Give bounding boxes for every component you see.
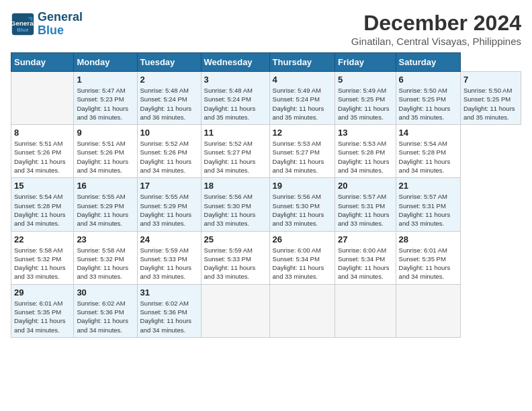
day-number: 16 — [77, 181, 134, 191]
day-number: 25 — [204, 234, 267, 244]
header-cell-thursday: Thursday — [269, 53, 335, 72]
day-number: 20 — [338, 181, 393, 191]
calendar-cell: 25Sunrise: 5:59 AM Sunset: 5:33 PM Dayli… — [201, 231, 269, 284]
day-info: Sunrise: 5:55 AM Sunset: 5:29 PM Dayligh… — [77, 192, 134, 228]
day-info: Sunrise: 5:48 AM Sunset: 5:24 PM Dayligh… — [204, 86, 267, 122]
calendar-cell: 18Sunrise: 5:56 AM Sunset: 5:30 PM Dayli… — [201, 178, 269, 231]
day-info: Sunrise: 5:53 AM Sunset: 5:28 PM Dayligh… — [338, 139, 393, 175]
day-info: Sunrise: 5:54 AM Sunset: 5:28 PM Dayligh… — [14, 192, 71, 228]
day-number: 24 — [140, 234, 198, 244]
day-number: 21 — [399, 181, 457, 191]
logo-text: GeneralBlue — [38, 11, 83, 38]
day-number: 28 — [399, 234, 457, 244]
day-number: 11 — [204, 128, 267, 138]
location-title: Ginatilan, Central Visayas, Philippines — [351, 36, 521, 47]
calendar-cell: 26Sunrise: 6:00 AM Sunset: 5:34 PM Dayli… — [269, 231, 335, 284]
day-number: 7 — [463, 75, 518, 85]
day-info: Sunrise: 5:49 AM Sunset: 5:25 PM Dayligh… — [338, 86, 393, 122]
calendar-table: SundayMondayTuesdayWednesdayThursdayFrid… — [11, 52, 521, 338]
day-number: 23 — [77, 234, 134, 244]
week-row-1: 8Sunrise: 5:51 AM Sunset: 5:26 PM Daylig… — [11, 125, 521, 178]
day-number: 19 — [273, 181, 332, 191]
day-info: Sunrise: 5:54 AM Sunset: 5:28 PM Dayligh… — [399, 139, 457, 175]
day-info: Sunrise: 5:56 AM Sunset: 5:30 PM Dayligh… — [204, 192, 267, 228]
calendar-cell: 27Sunrise: 6:00 AM Sunset: 5:34 PM Dayli… — [335, 231, 396, 284]
day-info: Sunrise: 5:49 AM Sunset: 5:24 PM Dayligh… — [273, 86, 332, 122]
calendar-cell — [11, 72, 74, 125]
week-row-3: 22Sunrise: 5:58 AM Sunset: 5:32 PM Dayli… — [11, 231, 521, 284]
day-info: Sunrise: 6:02 AM Sunset: 5:36 PM Dayligh… — [140, 299, 198, 334]
day-info: Sunrise: 6:02 AM Sunset: 5:36 PM Dayligh… — [77, 299, 134, 334]
calendar-cell: 15Sunrise: 5:54 AM Sunset: 5:28 PM Dayli… — [11, 178, 74, 231]
calendar-cell: 9Sunrise: 5:51 AM Sunset: 5:26 PM Daylig… — [74, 125, 137, 178]
day-number: 29 — [14, 287, 71, 298]
logo: General Blue GeneralBlue — [11, 11, 83, 38]
day-info: Sunrise: 5:53 AM Sunset: 5:27 PM Dayligh… — [273, 139, 332, 175]
calendar-cell: 1Sunrise: 5:47 AM Sunset: 5:23 PM Daylig… — [74, 72, 137, 125]
day-number: 3 — [204, 75, 267, 85]
header-cell-friday: Friday — [335, 53, 396, 72]
day-info: Sunrise: 5:47 AM Sunset: 5:23 PM Dayligh… — [77, 86, 134, 122]
calendar-cell: 24Sunrise: 5:59 AM Sunset: 5:33 PM Dayli… — [137, 231, 201, 284]
calendar-cell — [201, 284, 269, 337]
calendar-cell: 11Sunrise: 5:52 AM Sunset: 5:27 PM Dayli… — [201, 125, 269, 178]
calendar-cell: 13Sunrise: 5:53 AM Sunset: 5:28 PM Dayli… — [335, 125, 396, 178]
day-info: Sunrise: 6:01 AM Sunset: 5:35 PM Dayligh… — [399, 246, 457, 281]
calendar-cell: 21Sunrise: 5:57 AM Sunset: 5:31 PM Dayli… — [396, 178, 460, 231]
day-number: 2 — [140, 75, 198, 85]
day-number: 8 — [14, 128, 71, 138]
title-area: December 2024 Ginatilan, Central Visayas… — [351, 11, 521, 47]
day-info: Sunrise: 5:56 AM Sunset: 5:30 PM Dayligh… — [273, 192, 332, 228]
svg-text:Blue: Blue — [17, 27, 29, 33]
day-info: Sunrise: 5:50 AM Sunset: 5:25 PM Dayligh… — [463, 86, 518, 122]
day-number: 5 — [338, 75, 393, 85]
day-info: Sunrise: 6:00 AM Sunset: 5:34 PM Dayligh… — [273, 246, 332, 281]
calendar-cell: 22Sunrise: 5:58 AM Sunset: 5:32 PM Dayli… — [11, 231, 74, 284]
header-cell-sunday: Sunday — [11, 53, 74, 72]
day-info: Sunrise: 5:51 AM Sunset: 5:26 PM Dayligh… — [77, 139, 134, 175]
header-cell-tuesday: Tuesday — [137, 53, 201, 72]
calendar-cell: 17Sunrise: 5:55 AM Sunset: 5:29 PM Dayli… — [137, 178, 201, 231]
calendar-cell: 30Sunrise: 6:02 AM Sunset: 5:36 PM Dayli… — [74, 284, 137, 337]
header: General Blue GeneralBlue December 2024 G… — [11, 11, 521, 47]
day-info: Sunrise: 5:57 AM Sunset: 5:31 PM Dayligh… — [399, 192, 457, 228]
day-info: Sunrise: 5:52 AM Sunset: 5:26 PM Dayligh… — [140, 139, 198, 175]
day-number: 18 — [204, 181, 267, 191]
calendar-cell: 23Sunrise: 5:58 AM Sunset: 5:32 PM Dayli… — [74, 231, 137, 284]
day-number: 4 — [273, 75, 332, 85]
calendar-body: 1Sunrise: 5:47 AM Sunset: 5:23 PM Daylig… — [11, 72, 521, 338]
calendar-cell: 10Sunrise: 5:52 AM Sunset: 5:26 PM Dayli… — [137, 125, 201, 178]
day-info: Sunrise: 5:57 AM Sunset: 5:31 PM Dayligh… — [338, 192, 393, 228]
day-number: 14 — [399, 128, 457, 138]
day-number: 31 — [140, 287, 198, 298]
day-number: 12 — [273, 128, 332, 138]
calendar-cell: 12Sunrise: 5:53 AM Sunset: 5:27 PM Dayli… — [269, 125, 335, 178]
week-row-0: 1Sunrise: 5:47 AM Sunset: 5:23 PM Daylig… — [11, 72, 521, 125]
calendar-header: SundayMondayTuesdayWednesdayThursdayFrid… — [11, 53, 521, 72]
calendar-cell: 31Sunrise: 6:02 AM Sunset: 5:36 PM Dayli… — [137, 284, 201, 337]
calendar-cell: 2Sunrise: 5:48 AM Sunset: 5:24 PM Daylig… — [137, 72, 201, 125]
calendar-cell: 5Sunrise: 5:49 AM Sunset: 5:25 PM Daylig… — [335, 72, 396, 125]
day-info: Sunrise: 5:58 AM Sunset: 5:32 PM Dayligh… — [14, 246, 71, 281]
day-number: 15 — [14, 181, 71, 191]
day-info: Sunrise: 6:00 AM Sunset: 5:34 PM Dayligh… — [338, 246, 393, 281]
day-number: 17 — [140, 181, 198, 191]
day-number: 22 — [14, 234, 71, 244]
calendar-cell: 7Sunrise: 5:50 AM Sunset: 5:25 PM Daylig… — [460, 72, 521, 125]
week-row-2: 15Sunrise: 5:54 AM Sunset: 5:28 PM Dayli… — [11, 178, 521, 231]
calendar-cell: 16Sunrise: 5:55 AM Sunset: 5:29 PM Dayli… — [74, 178, 137, 231]
day-info: Sunrise: 5:50 AM Sunset: 5:25 PM Dayligh… — [399, 86, 457, 122]
header-row: SundayMondayTuesdayWednesdayThursdayFrid… — [11, 53, 521, 72]
calendar-cell — [335, 284, 396, 337]
day-info: Sunrise: 5:58 AM Sunset: 5:32 PM Dayligh… — [77, 246, 134, 281]
calendar-cell: 6Sunrise: 5:50 AM Sunset: 5:25 PM Daylig… — [396, 72, 460, 125]
day-number: 9 — [77, 128, 134, 138]
calendar-cell: 4Sunrise: 5:49 AM Sunset: 5:24 PM Daylig… — [269, 72, 335, 125]
calendar-cell: 3Sunrise: 5:48 AM Sunset: 5:24 PM Daylig… — [201, 72, 269, 125]
calendar-cell: 29Sunrise: 6:01 AM Sunset: 5:35 PM Dayli… — [11, 284, 74, 337]
day-number: 1 — [77, 75, 134, 85]
day-info: Sunrise: 5:59 AM Sunset: 5:33 PM Dayligh… — [204, 246, 267, 281]
header-cell-wednesday: Wednesday — [201, 53, 269, 72]
day-info: Sunrise: 5:51 AM Sunset: 5:26 PM Dayligh… — [14, 139, 71, 175]
calendar-cell: 19Sunrise: 5:56 AM Sunset: 5:30 PM Dayli… — [269, 178, 335, 231]
